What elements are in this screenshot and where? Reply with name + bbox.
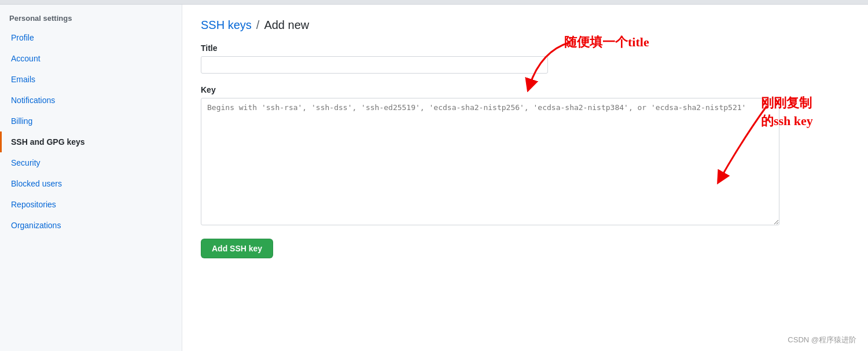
- sidebar-item-notifications[interactable]: Notifications: [0, 90, 182, 111]
- key-form-group: Key: [201, 85, 849, 227]
- breadcrumb-separator: /: [256, 19, 260, 32]
- sidebar-heading: Personal settings: [0, 5, 182, 27]
- sidebar-item-ssh-gpg-keys[interactable]: SSH and GPG keys: [0, 131, 182, 152]
- sidebar-item-emails[interactable]: Emails: [0, 69, 182, 90]
- title-form-group: Title: [201, 43, 849, 74]
- breadcrumb: SSH keys / Add new: [201, 19, 849, 32]
- sidebar-item-billing[interactable]: Billing: [0, 111, 182, 131]
- sidebar-item-repositories[interactable]: Repositories: [0, 194, 182, 215]
- sidebar-item-organizations[interactable]: Organizations: [0, 215, 182, 236]
- key-textarea[interactable]: [201, 98, 779, 225]
- breadcrumb-link[interactable]: SSH keys: [201, 19, 252, 32]
- sidebar-item-blocked-users[interactable]: Blocked users: [0, 173, 182, 194]
- sidebar-item-profile[interactable]: Profile: [0, 27, 182, 48]
- breadcrumb-current: Add new: [264, 19, 309, 32]
- top-bar: [0, 0, 868, 5]
- add-ssh-key-button[interactable]: Add SSH key: [201, 239, 273, 258]
- key-label: Key: [201, 85, 849, 94]
- sidebar-item-security[interactable]: Security: [0, 152, 182, 173]
- title-label: Title: [201, 43, 849, 53]
- content-area: SSH keys / Add new Title Key Add SSH key…: [182, 5, 868, 351]
- title-input[interactable]: [201, 56, 548, 74]
- sidebar: Personal settings Profile Account Emails…: [0, 5, 182, 351]
- watermark: CSDN @程序猿进阶: [788, 335, 856, 345]
- main-layout: Personal settings Profile Account Emails…: [0, 5, 868, 351]
- sidebar-item-account[interactable]: Account: [0, 48, 182, 69]
